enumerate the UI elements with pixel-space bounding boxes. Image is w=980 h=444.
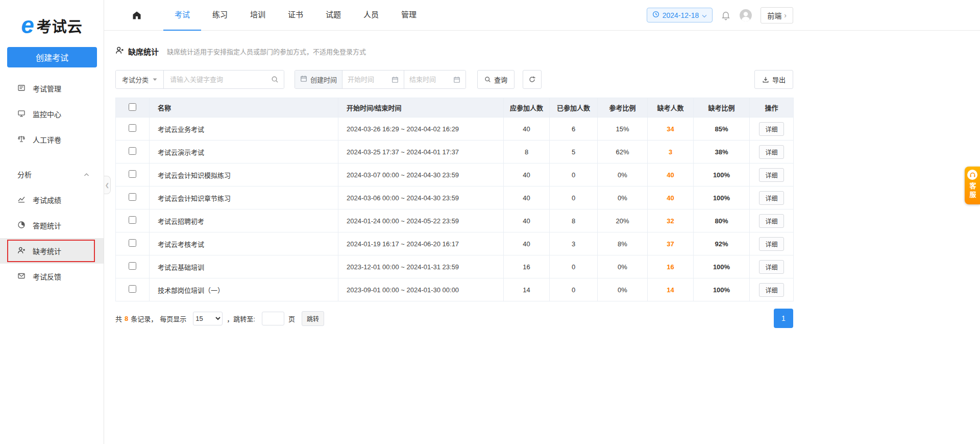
exam-name: 考试云招聘初考 [150,209,338,232]
calendar-icon[interactable] [391,71,404,88]
header-name: 名称 [150,98,338,118]
exam-category-dropdown[interactable]: 考试分类 [116,71,164,88]
row-checkbox-cell [116,278,150,301]
sidebar-item-label: 监控中心 [33,109,61,119]
download-icon [762,76,769,83]
tab-management[interactable]: 管理 [390,0,428,31]
row-checkbox-cell [116,141,150,163]
card-icon [17,84,26,94]
absent-count: 32 [648,209,694,232]
absent-count: 37 [648,232,694,255]
joined-count: 8 [550,209,598,232]
row-checkbox-cell [116,186,150,209]
row-checkbox[interactable] [129,216,136,224]
query-button[interactable]: 查询 [477,70,514,89]
sidebar-section-analysis[interactable]: 分析 [0,161,104,187]
detail-button[interactable]: 详细 [759,237,783,251]
tab-practice[interactable]: 练习 [201,0,239,31]
absent-count: 34 [648,118,694,141]
page-number-button[interactable]: 1 [774,309,793,328]
logo-e-mark: e [21,15,34,36]
row-checkbox[interactable] [129,239,136,247]
row-checkbox[interactable] [129,193,136,201]
expected-count: 14 [504,278,550,301]
sidebar-item-monitor-center[interactable]: 监控中心 [0,101,104,127]
detail-button[interactable]: 详细 [759,145,783,159]
sidebar-item-absence-stats[interactable]: 缺考统计 [0,238,104,264]
jump-page-input[interactable] [262,312,284,325]
header-expected: 应参加人数 [504,98,550,118]
export-button[interactable]: 导出 [754,70,793,89]
frontend-button[interactable]: 前端 › [761,7,793,24]
page-unit: 页 [288,314,295,323]
exam-name: 考试云会计知识模拟练习 [150,163,338,186]
absent-ratio: 38% [694,141,750,163]
detail-button[interactable]: 详细 [759,283,783,297]
table-row: 考试云演示考试 2024-03-25 17:37 ~ 2024-04-01 17… [116,141,794,163]
line-chart-icon [17,195,26,205]
row-checkbox[interactable] [129,262,136,270]
jump-button[interactable]: 跳转 [302,311,324,326]
operation-cell: 详细 [750,141,794,163]
table-row: 考试云考核考试 2024-01-19 16:17 ~ 2024-06-20 16… [116,232,794,255]
table-row: 考试云基础培训 2023-12-01 00:00 ~ 2024-01-31 23… [116,255,794,278]
expected-count: 40 [504,186,550,209]
customer-service-widget[interactable]: 客服 [965,167,980,204]
select-all-checkbox[interactable] [129,103,136,111]
per-page-select[interactable]: 15 [193,312,223,325]
detail-button[interactable]: 详细 [759,168,783,182]
detail-button[interactable]: 详细 [759,191,783,205]
table-row: 考试云会计知识章节练习 2024-03-06 00:00 ~ 2024-04-3… [116,186,794,209]
row-checkbox[interactable] [129,285,136,293]
sidebar-item-exam-feedback[interactable]: 考试反馈 [0,264,104,289]
detail-button[interactable]: 详细 [759,214,783,228]
exam-name: 技术部岗位培训（一） [150,278,338,301]
end-time-input[interactable] [404,71,453,88]
table-row: 技术部岗位培训（一） 2023-09-01 00:00 ~ 2024-01-30… [116,278,794,301]
sidebar-item-exam-management[interactable]: 考试管理 [0,76,104,101]
tab-questions[interactable]: 试题 [314,0,352,31]
joined-count: 0 [550,163,598,186]
detail-button[interactable]: 详细 [759,260,783,274]
home-icon[interactable] [132,10,142,20]
refresh-button[interactable] [523,70,542,89]
expected-count: 16 [504,255,550,278]
joined-count: 3 [550,232,598,255]
sidebar-item-manual-grading[interactable]: 人工评卷 [0,127,104,152]
expected-count: 40 [504,232,550,255]
total-prefix: 共 [115,314,122,323]
date-selector[interactable]: 2024-12-18 [647,8,713,22]
exam-time-range: 2024-03-25 17:37 ~ 2024-04-01 17:37 [338,141,504,163]
row-checkbox[interactable] [129,124,136,132]
sidebar-item-answer-stats[interactable]: 答题统计 [0,213,104,238]
date-value: 2024-12-18 [663,11,699,19]
tab-personnel[interactable]: 人员 [352,0,390,31]
caret-down-icon [153,78,157,81]
tab-training[interactable]: 培训 [239,0,277,31]
search-icon[interactable] [266,71,284,88]
sidebar-item-label: 考试管理 [33,83,61,94]
chevron-down-icon [702,11,707,19]
exam-time-range: 2023-12-01 00:00 ~ 2024-01-31 23:59 [338,255,504,278]
scale-icon [17,135,26,145]
keyword-search-input[interactable] [164,71,266,88]
main-tabs: 考试 练习 培训 证书 试题 人员 管理 [163,0,428,30]
tab-certificate[interactable]: 证书 [277,0,314,31]
join-ratio: 62% [598,141,648,163]
page-header: 缺席统计 缺席统计适用于安排指定人员或部门的参加方式，不适用免登录方式 [115,46,793,57]
absent-count: 40 [648,186,694,209]
sidebar-collapse-handle[interactable]: ❮ [104,176,111,194]
sidebar-item-label: 缺考统计 [33,246,61,256]
bell-icon[interactable] [721,10,731,20]
avatar[interactable] [739,9,752,22]
row-checkbox-cell [116,232,150,255]
sidebar-item-exam-scores[interactable]: 考试成绩 [0,187,104,213]
join-ratio: 0% [598,163,648,186]
detail-button[interactable]: 详细 [759,122,783,136]
row-checkbox[interactable] [129,147,136,155]
start-time-input[interactable] [342,71,391,88]
create-exam-button[interactable]: 创建考试 [7,47,97,67]
tab-exam[interactable]: 考试 [163,0,201,31]
calendar-icon[interactable] [453,71,465,88]
row-checkbox[interactable] [129,170,136,178]
